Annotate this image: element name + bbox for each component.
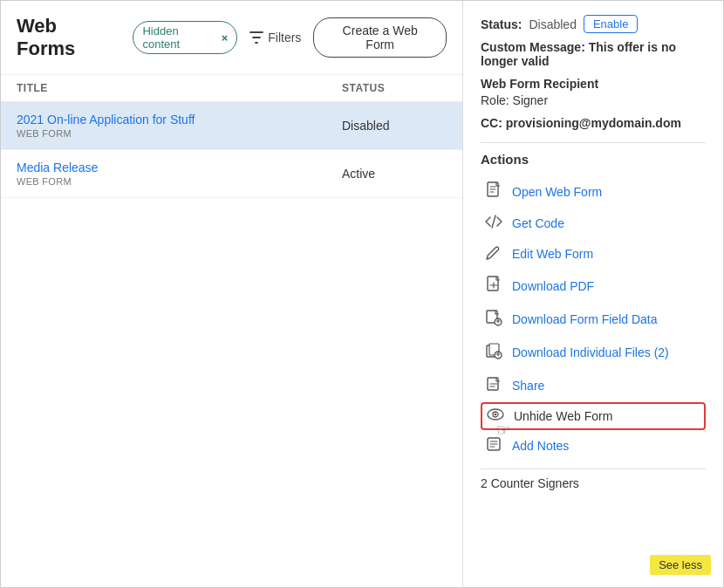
action-download-individual-files[interactable]: Download Individual Files (2) xyxy=(481,336,706,369)
doc-icon xyxy=(484,181,503,202)
action-label: Edit Web Form xyxy=(512,247,593,261)
form-data-icon xyxy=(484,309,503,330)
row-title: 2021 On-line Application for Stuff xyxy=(17,113,342,126)
action-unhide-web-form[interactable]: ☞ Unhide Web Form xyxy=(481,402,706,430)
action-label: Download Individual Files (2) xyxy=(512,345,669,359)
left-panel: Web Forms Hidden content × Filters Creat… xyxy=(1,1,463,587)
status-label: Status: xyxy=(481,17,522,31)
recipient-section: Web Form Recipient Role: Signer xyxy=(481,77,706,107)
cc-line: CC: provisioning@mydomain.dom xyxy=(481,116,706,130)
create-web-form-button[interactable]: Create a Web Form xyxy=(313,17,447,58)
row-info: 2021 On-line Application for Stuff WEB F… xyxy=(17,113,342,139)
notes-icon xyxy=(484,436,503,455)
table-row[interactable]: Media Release WEB FORM Active xyxy=(1,150,462,198)
filter-icon xyxy=(249,31,263,44)
row-title: Media Release xyxy=(17,161,342,174)
action-edit-web-form[interactable]: Edit Web Form xyxy=(481,238,706,270)
table-body: 2021 On-line Application for Stuff WEB F… xyxy=(1,102,462,587)
recipient-title: Web Form Recipient xyxy=(481,77,706,91)
row-subtitle: WEB FORM xyxy=(17,128,342,139)
header: Web Forms Hidden content × Filters Creat… xyxy=(1,1,462,75)
hidden-content-badge[interactable]: Hidden content × xyxy=(133,21,237,54)
filters-label: Filters xyxy=(268,31,301,44)
eye-icon: ☞ xyxy=(486,408,505,424)
row-subtitle: WEB FORM xyxy=(17,176,342,187)
right-panel: Status: Disabled Enable Custom Message: … xyxy=(463,1,723,587)
row-status: Active xyxy=(342,167,447,181)
close-icon[interactable]: × xyxy=(222,31,229,44)
action-label: Get Code xyxy=(512,216,564,230)
share-icon xyxy=(484,375,503,396)
divider xyxy=(481,142,706,143)
status-line: Status: Disabled Enable xyxy=(481,15,706,33)
enable-button[interactable]: Enable xyxy=(584,15,638,33)
action-open-web-form[interactable]: Open Web Form xyxy=(481,175,706,209)
custom-message: Custom Message: This offer is no longer … xyxy=(481,40,706,68)
files-icon xyxy=(484,342,503,363)
pdf-icon xyxy=(484,276,503,297)
table-header: TITLE STATUS xyxy=(1,75,462,102)
unhide-label: Unhide Web Form xyxy=(514,409,612,423)
col-status-header: STATUS xyxy=(342,82,447,94)
action-get-code[interactable]: Get Code xyxy=(481,209,706,238)
cc-label: CC: xyxy=(481,116,506,130)
hidden-content-label: Hidden content xyxy=(142,24,215,51)
action-label: Open Web Form xyxy=(512,185,602,199)
action-label: Download PDF xyxy=(512,279,594,293)
counter-signers: 2 Counter Signers xyxy=(481,468,706,490)
status-value: Disabled xyxy=(529,17,576,31)
row-status: Disabled xyxy=(342,119,447,133)
code-icon xyxy=(484,215,503,232)
see-less-button[interactable]: See less xyxy=(650,555,711,575)
action-share[interactable]: Share xyxy=(481,369,706,402)
col-title-header: TITLE xyxy=(17,82,342,94)
action-download-pdf[interactable]: Download PDF xyxy=(481,270,706,303)
action-label: Share xyxy=(512,379,544,393)
recipient-role: Role: Signer xyxy=(481,93,706,107)
svg-point-10 xyxy=(495,414,497,416)
action-add-notes[interactable]: Add Notes xyxy=(481,430,706,462)
filters-button[interactable]: Filters xyxy=(249,31,301,44)
action-download-form-field-data[interactable]: Download Form Field Data xyxy=(481,303,706,336)
custom-msg-label: Custom Message: xyxy=(481,40,589,54)
action-label: Add Notes xyxy=(512,439,569,453)
page-title: Web Forms xyxy=(17,15,117,60)
row-info: Media Release WEB FORM xyxy=(17,161,342,187)
cc-value: provisioning@mydomain.dom xyxy=(506,116,681,130)
table-row[interactable]: 2021 On-line Application for Stuff WEB F… xyxy=(1,102,462,150)
action-label: Download Form Field Data xyxy=(512,312,658,326)
actions-title: Actions xyxy=(481,152,706,167)
edit-icon xyxy=(484,244,503,263)
